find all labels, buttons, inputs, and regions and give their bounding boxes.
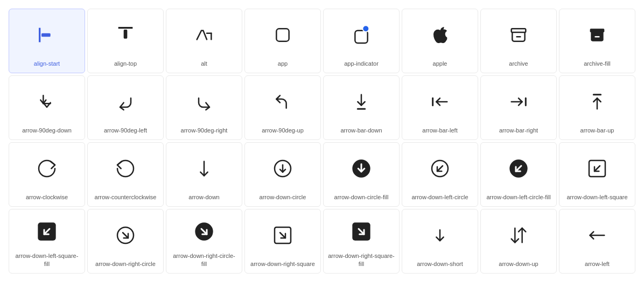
- icon-label: archive-fill: [584, 60, 611, 67]
- icon-cell-arrow-90deg-down[interactable]: arrow-90deg-down: [9, 75, 85, 140]
- icon-label: align-top: [114, 60, 137, 67]
- icon-cell-arrow-bar-right[interactable]: arrow-bar-right: [480, 75, 557, 140]
- app-indicator-icon: [328, 16, 395, 54]
- icon-label: arrow-down-circle-fill: [334, 193, 389, 201]
- icon-cell-app-indicator[interactable]: app-indicator: [323, 9, 400, 73]
- icon-label: archive: [509, 60, 528, 67]
- icon-label: arrow-down-right-square-fill: [328, 252, 395, 268]
- icon-label: arrow-bar-up: [580, 127, 614, 134]
- svg-rect-1: [41, 33, 51, 37]
- icon-label: apple: [433, 60, 447, 67]
- arrow-bar-right-icon: [485, 82, 552, 121]
- icon-label: arrow-down-up: [499, 260, 538, 268]
- icon-label: arrow-90deg-right: [181, 127, 228, 134]
- icon-cell-arrow-down-up[interactable]: arrow-down-up: [480, 209, 557, 274]
- svg-line-27: [437, 166, 443, 171]
- icon-label: arrow-bar-down: [340, 127, 382, 134]
- icon-grid: align-start align-top alt app: [0, 0, 644, 282]
- arrow-bar-left-icon: [407, 82, 473, 121]
- icon-cell-arrow-down-circle[interactable]: arrow-down-circle: [244, 142, 321, 207]
- arrow-down-up-icon: [485, 216, 552, 255]
- icon-cell-archive-fill[interactable]: archive-fill: [559, 9, 635, 73]
- arrow-down-circle-icon: [249, 149, 316, 188]
- icon-label: arrow-down-left-square-fill: [13, 252, 80, 268]
- icon-cell-arrow-down-right-square[interactable]: arrow-down-right-square: [244, 209, 321, 274]
- align-top-icon: [92, 16, 159, 54]
- arrow-counterclockwise-icon: [92, 149, 159, 188]
- app-icon: [249, 16, 316, 54]
- align-start-icon: [13, 16, 80, 54]
- icon-label: arrow-down-short: [417, 260, 463, 268]
- icon-cell-arrow-bar-down[interactable]: arrow-bar-down: [323, 75, 400, 140]
- svg-point-8: [363, 25, 369, 32]
- icon-label: arrow-down-left-square: [566, 193, 627, 201]
- icon-cell-arrow-clockwise[interactable]: arrow-clockwise: [9, 142, 85, 207]
- icon-cell-align-start[interactable]: align-start: [9, 9, 85, 73]
- icon-label: arrow-down: [188, 193, 219, 201]
- alt-icon: [171, 16, 237, 54]
- icon-label: arrow-down-circle: [260, 193, 306, 201]
- arrow-bar-up-icon: [564, 82, 631, 121]
- apple-icon: [407, 16, 473, 54]
- arrow-left-icon: [564, 216, 631, 255]
- icon-label: arrow-counterclockwise: [95, 193, 157, 201]
- icon-label: arrow-90deg-down: [22, 127, 72, 134]
- icon-cell-arrow-bar-left[interactable]: arrow-bar-left: [402, 75, 478, 140]
- icon-cell-arrow-90deg-right[interactable]: arrow-90deg-right: [166, 75, 242, 140]
- icon-cell-arrow-down-right-square-fill[interactable]: arrow-down-right-square-fill: [323, 209, 400, 274]
- arrow-down-left-circle-icon: [407, 149, 473, 188]
- arrow-90deg-right-icon: [171, 82, 237, 121]
- icon-cell-arrow-down-left-circle-fill[interactable]: arrow-down-left-circle-fill: [480, 142, 557, 207]
- icon-cell-arrow-down-circle-fill[interactable]: arrow-down-circle-fill: [323, 142, 400, 207]
- icon-label: arrow-down-right-circle: [95, 260, 156, 268]
- icon-cell-align-top[interactable]: align-top: [87, 9, 164, 73]
- arrow-down-right-square-icon: [249, 216, 316, 255]
- icon-cell-arrow-90deg-left[interactable]: arrow-90deg-left: [87, 75, 164, 140]
- icon-cell-arrow-down-left-square-fill[interactable]: arrow-down-left-square-fill: [9, 209, 85, 274]
- icon-label: arrow-bar-left: [422, 127, 457, 134]
- icon-cell-arrow-90deg-up[interactable]: arrow-90deg-up: [244, 75, 321, 140]
- arrow-down-short-icon: [407, 216, 473, 255]
- archive-icon: [485, 16, 552, 54]
- arrow-down-left-circle-fill-icon: [485, 149, 552, 188]
- icon-label: arrow-down-right-circle-fill: [171, 252, 237, 268]
- icon-cell-arrow-bar-up[interactable]: arrow-bar-up: [559, 75, 635, 140]
- arrow-down-right-square-fill-icon: [328, 216, 395, 247]
- svg-rect-6: [276, 29, 289, 41]
- icon-label: align-start: [34, 60, 60, 67]
- arrow-down-right-circle-fill-icon: [171, 216, 237, 247]
- icon-cell-arrow-counterclockwise[interactable]: arrow-counterclockwise: [87, 142, 164, 207]
- svg-rect-9: [512, 29, 526, 32]
- icon-cell-arrow-down-left-circle[interactable]: arrow-down-left-circle: [402, 142, 478, 207]
- arrow-clockwise-icon: [13, 149, 80, 188]
- icon-cell-arrow-down[interactable]: arrow-down: [166, 142, 242, 207]
- arrow-bar-down-icon: [328, 82, 395, 121]
- icon-label: arrow-left: [585, 260, 610, 268]
- icon-cell-app[interactable]: app: [244, 9, 321, 73]
- svg-line-39: [280, 233, 285, 238]
- arrow-90deg-left-icon: [92, 82, 159, 121]
- archive-fill-icon: [564, 16, 631, 54]
- icon-label: alt: [201, 60, 207, 67]
- svg-line-35: [123, 233, 128, 238]
- icon-cell-archive[interactable]: archive: [480, 9, 557, 73]
- icon-cell-arrow-down-left-square[interactable]: arrow-down-left-square: [559, 142, 635, 207]
- icon-label: arrow-down-left-circle: [411, 193, 468, 201]
- arrow-90deg-up-icon: [249, 82, 316, 121]
- arrow-down-circle-fill-icon: [328, 149, 395, 188]
- icon-label: arrow-clockwise: [26, 193, 68, 201]
- svg-line-31: [594, 166, 600, 171]
- arrow-down-right-circle-icon: [92, 216, 159, 255]
- arrow-90deg-down-icon: [13, 82, 80, 121]
- icon-cell-arrow-left[interactable]: arrow-left: [559, 209, 635, 274]
- icon-cell-alt[interactable]: alt: [166, 9, 242, 73]
- icon-label: arrow-90deg-up: [262, 127, 304, 134]
- icon-label: arrow-down-left-circle-fill: [486, 193, 550, 201]
- icon-cell-apple[interactable]: apple: [402, 9, 478, 73]
- icon-cell-arrow-down-right-circle[interactable]: arrow-down-right-circle: [87, 209, 164, 274]
- arrow-down-left-square-fill-icon: [13, 216, 80, 247]
- icon-cell-arrow-down-short[interactable]: arrow-down-short: [402, 209, 478, 274]
- icon-label: app: [278, 60, 288, 67]
- icon-label: arrow-bar-right: [499, 127, 538, 134]
- icon-cell-arrow-down-right-circle-fill[interactable]: arrow-down-right-circle-fill: [166, 209, 242, 274]
